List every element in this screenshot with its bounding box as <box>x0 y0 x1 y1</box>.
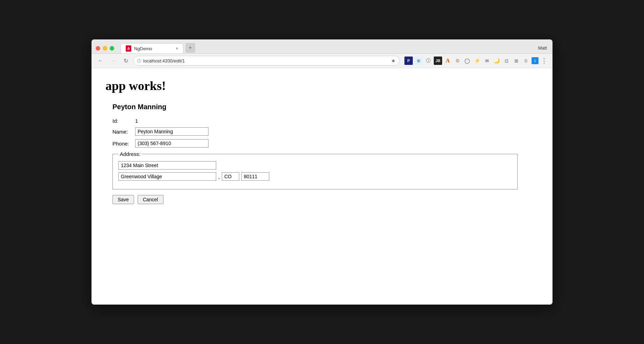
city-state-zip-row: , <box>118 172 512 181</box>
name-row: Name: <box>112 127 539 136</box>
app-title: app works! <box>105 78 539 93</box>
extension-icon-13[interactable]: B <box>522 57 530 65</box>
tab-title: NgDemo <box>134 46 152 51</box>
id-label: Id: <box>112 118 135 124</box>
tab-favicon: A <box>126 46 131 51</box>
form-section: Id: 1 Name: Phone: Address: , <box>112 118 539 189</box>
page-content: app works! Peyton Manning Id: 1 Name: Ph… <box>92 68 552 305</box>
address-legend: Address: <box>118 151 142 157</box>
back-icon: ← <box>98 58 103 64</box>
extension-icon-7[interactable]: ◯ <box>463 57 471 65</box>
minimize-window-button[interactable] <box>103 46 107 51</box>
close-window-button[interactable] <box>96 46 100 51</box>
phone-label: Phone: <box>112 141 135 147</box>
url-text: localhost:4200/edit/1 <box>143 58 389 63</box>
extension-icon-4[interactable]: JB <box>434 57 442 65</box>
toolbar-icons: P ⊞ ⓘ JB A ⚙ ◯ ⚡ ✉ 🌙 ⊡ ⊞ B i ⋮ <box>404 57 548 65</box>
new-tab-button[interactable]: + <box>185 43 195 53</box>
browser-window: A NgDemo × + Matt ← → ↻ ⓘ localhost:4200… <box>92 39 552 305</box>
bookmark-icon[interactable]: ★ <box>391 58 396 63</box>
name-input[interactable] <box>135 127 208 136</box>
more-options-button[interactable]: ⋮ <box>540 57 548 65</box>
back-button[interactable]: ← <box>96 56 105 66</box>
cancel-button[interactable]: Cancel <box>138 195 163 204</box>
traffic-lights <box>96 46 114 51</box>
extension-icon-1[interactable]: P <box>404 57 413 65</box>
address-bar[interactable]: ⓘ localhost:4200/edit/1 ★ <box>133 56 400 66</box>
angular-icon: A <box>126 45 131 52</box>
nav-bar: ← → ↻ ⓘ localhost:4200/edit/1 ★ P ⊞ ⓘ JB… <box>92 54 552 68</box>
person-name-heading: Peyton Manning <box>112 103 539 111</box>
maximize-window-button[interactable] <box>110 46 114 51</box>
forward-icon: → <box>110 58 116 64</box>
extension-icon-14[interactable]: i <box>532 57 539 64</box>
tabs-row: A NgDemo × + Matt <box>120 43 548 53</box>
user-name: Matt <box>538 45 548 53</box>
phone-row: Phone: <box>112 139 539 148</box>
reload-button[interactable]: ↻ <box>121 56 131 66</box>
extension-icon-6[interactable]: ⚙ <box>453 57 462 65</box>
address-fieldset: Address: , <box>112 151 518 189</box>
extension-icon-5[interactable]: A <box>444 57 452 65</box>
street-row <box>118 161 512 170</box>
title-bar: A NgDemo × + Matt <box>92 39 552 54</box>
extension-icon-8[interactable]: ⚡ <box>473 57 481 65</box>
city-input[interactable] <box>118 172 216 181</box>
id-row: Id: 1 <box>112 118 539 124</box>
phone-input[interactable] <box>135 139 208 148</box>
comma-separator: , <box>218 174 220 180</box>
id-value: 1 <box>135 118 138 124</box>
info-icon: ⓘ <box>137 58 141 63</box>
tab-close-button[interactable]: × <box>176 46 178 51</box>
extension-icon-9[interactable]: ✉ <box>483 57 491 65</box>
forward-button[interactable]: → <box>108 56 118 66</box>
save-button[interactable]: Save <box>112 195 134 204</box>
new-tab-icon: + <box>189 45 192 51</box>
street-input[interactable] <box>118 161 216 170</box>
reload-icon: ↻ <box>124 58 128 64</box>
name-label: Name: <box>112 129 135 135</box>
extension-icon-2[interactable]: ⊞ <box>414 57 423 65</box>
buttons-row: Save Cancel <box>112 195 539 204</box>
extension-icon-11[interactable]: ⊡ <box>502 57 511 65</box>
active-tab[interactable]: A NgDemo × <box>120 43 183 53</box>
zip-input[interactable] <box>241 172 269 181</box>
extension-icon-12[interactable]: ⊞ <box>512 57 520 65</box>
extension-icon-3[interactable]: ⓘ <box>424 57 432 65</box>
extension-icon-10[interactable]: 🌙 <box>492 57 501 65</box>
state-input[interactable] <box>222 172 239 181</box>
